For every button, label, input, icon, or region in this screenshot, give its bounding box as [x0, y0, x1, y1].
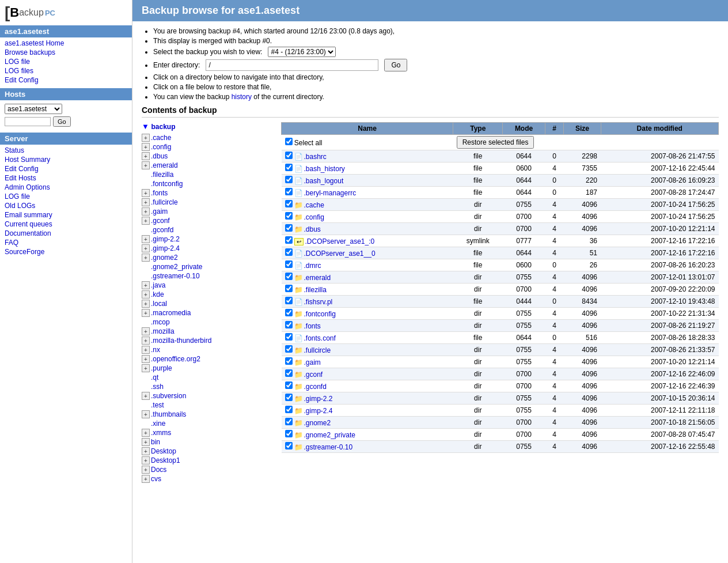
file-link[interactable]: .gnome2 — [304, 419, 331, 427]
tree-expander[interactable]: + — [142, 466, 150, 474]
tree-expander[interactable]: + — [142, 337, 150, 345]
tree-item-link[interactable]: .filezilla — [151, 171, 173, 179]
tree-expander[interactable]: + — [142, 254, 150, 262]
search-go-button[interactable]: Go — [53, 116, 71, 127]
tree-item-link[interactable]: .gconf — [151, 217, 170, 225]
tree-item-link[interactable]: .ssh — [151, 383, 164, 391]
sidebar-link-editconfig2[interactable]: Edit Config — [5, 164, 127, 173]
file-link[interactable]: .bash_history — [304, 165, 345, 173]
row-checkbox[interactable] — [285, 442, 293, 449]
row-checkbox[interactable] — [285, 394, 293, 401]
file-link[interactable]: .dbus — [304, 225, 321, 233]
sidebar-link-sourceforge[interactable]: SourceForge — [5, 247, 127, 256]
file-link[interactable]: .gimp-2.2 — [304, 395, 333, 403]
row-checkbox[interactable] — [285, 212, 293, 220]
sidebar-link-documentation[interactable]: Documentation — [5, 229, 127, 238]
tree-item-link[interactable]: .fontconfig — [151, 180, 183, 188]
file-link[interactable]: .gaim — [304, 358, 321, 366]
tree-expander[interactable]: + — [142, 346, 150, 354]
tree-item-link[interactable]: .emerald — [151, 161, 178, 169]
tree-root[interactable]: backup — [151, 123, 175, 131]
sidebar-link-emailsummary[interactable]: Email summary — [5, 210, 127, 220]
file-link[interactable]: .fonts.conf — [304, 334, 336, 342]
row-checkbox[interactable] — [285, 152, 293, 159]
tree-expander[interactable]: + — [142, 392, 150, 400]
sidebar-link-home[interactable]: ase1.asetest Home — [5, 39, 127, 48]
tree-expander[interactable]: + — [142, 300, 150, 308]
tree-item-link[interactable]: bin — [151, 438, 160, 446]
tree-expander[interactable]: + — [142, 152, 150, 160]
row-checkbox[interactable] — [285, 260, 293, 268]
tree-expander[interactable]: + — [142, 281, 150, 289]
row-checkbox[interactable] — [285, 357, 293, 365]
restore-selected-button[interactable]: Restore selected files — [457, 136, 534, 149]
file-link[interactable]: .gimp-2.4 — [304, 407, 333, 415]
tree-expander[interactable]: + — [142, 244, 150, 252]
backup-select[interactable]: #4 - (12/16 23:00) — [268, 47, 336, 57]
dir-go-button[interactable]: Go — [384, 59, 407, 71]
file-link[interactable]: .fonts — [304, 322, 321, 330]
file-link[interactable]: .DCOPserver_ase1_:0 — [305, 237, 375, 245]
row-checkbox[interactable] — [285, 176, 293, 183]
sidebar-link-status[interactable]: Status — [5, 146, 127, 155]
file-link[interactable]: .beryl-managerrc — [304, 189, 357, 197]
file-link[interactable]: .cache — [304, 201, 324, 209]
sidebar-link-logfile[interactable]: LOG file — [5, 57, 127, 66]
file-link[interactable]: .gconf — [304, 371, 323, 379]
tree-item-link[interactable]: .gimp-2.4 — [151, 244, 180, 252]
tree-expander[interactable]: + — [142, 290, 150, 298]
tree-item-link[interactable]: .gnome2_private — [151, 263, 202, 271]
tree-item-link[interactable]: .fullcircle — [151, 198, 178, 206]
sidebar-link-oldlogs[interactable]: Old LOGs — [5, 201, 127, 210]
row-checkbox[interactable] — [285, 273, 293, 280]
tree-item-link[interactable]: .gimp-2.2 — [151, 235, 180, 243]
file-link[interactable]: .emerald — [304, 274, 331, 282]
tree-item-link[interactable]: .purple — [151, 364, 172, 372]
sidebar-link-editconfig[interactable]: Edit Config — [5, 75, 127, 85]
tree-expander[interactable]: + — [142, 355, 150, 363]
tree-item-link[interactable]: .mozilla-thunderbird — [151, 337, 211, 345]
tree-item-link[interactable]: cvs — [151, 475, 161, 483]
sidebar-link-currentqueues[interactable]: Current queues — [5, 220, 127, 229]
file-link[interactable]: .filezilla — [304, 286, 327, 294]
tree-item-link[interactable]: .dbus — [151, 152, 168, 160]
tree-expander[interactable]: + — [142, 143, 150, 151]
tree-item-link[interactable]: .test — [151, 401, 164, 409]
tree-item-link[interactable]: .xmms — [151, 429, 171, 437]
file-link[interactable]: .fullcircle — [304, 346, 331, 354]
row-checkbox[interactable] — [285, 164, 293, 171]
row-checkbox[interactable] — [285, 248, 293, 256]
file-link[interactable]: .gnome2_private — [304, 431, 355, 439]
tree-item-link[interactable]: .macromedia — [151, 309, 191, 317]
tree-expander[interactable]: + — [142, 364, 150, 372]
row-checkbox[interactable] — [285, 297, 293, 304]
sidebar-link-adminoptions[interactable]: Admin Options — [5, 183, 127, 192]
row-checkbox[interactable] — [285, 381, 293, 389]
tree-item-link[interactable]: Docs — [151, 466, 166, 474]
tree-expander[interactable]: + — [142, 235, 150, 243]
tree-item-link[interactable]: .subversion — [151, 392, 186, 400]
row-checkbox[interactable] — [285, 224, 293, 232]
tree-item-link[interactable]: .config — [151, 143, 171, 151]
row-checkbox[interactable] — [285, 285, 293, 292]
row-checkbox[interactable] — [285, 418, 293, 425]
tree-item-link[interactable]: .kde — [151, 290, 164, 298]
sidebar-link-logfile2[interactable]: LOG file — [5, 192, 127, 201]
file-link[interactable]: .fishsrv.pl — [304, 298, 333, 306]
tree-expander[interactable]: + — [142, 189, 150, 197]
sidebar-link-edithosts[interactable]: Edit Hosts — [5, 173, 127, 183]
row-checkbox[interactable] — [285, 309, 293, 316]
tree-expander[interactable]: + — [142, 217, 150, 225]
row-checkbox[interactable] — [285, 430, 293, 437]
sidebar-link-faq[interactable]: FAQ — [5, 238, 127, 247]
row-checkbox[interactable] — [285, 188, 293, 195]
tree-item-link[interactable]: .java — [151, 281, 165, 289]
file-link[interactable]: .gconfd — [304, 383, 327, 391]
row-checkbox[interactable] — [285, 321, 293, 328]
tree-expander[interactable]: + — [142, 327, 150, 335]
file-link[interactable]: .dmrc — [304, 262, 321, 270]
row-checkbox[interactable] — [285, 333, 293, 341]
tree-item-link[interactable]: .local — [151, 300, 167, 308]
row-checkbox[interactable] — [285, 406, 293, 413]
tree-item-link[interactable]: .xine — [151, 420, 165, 428]
